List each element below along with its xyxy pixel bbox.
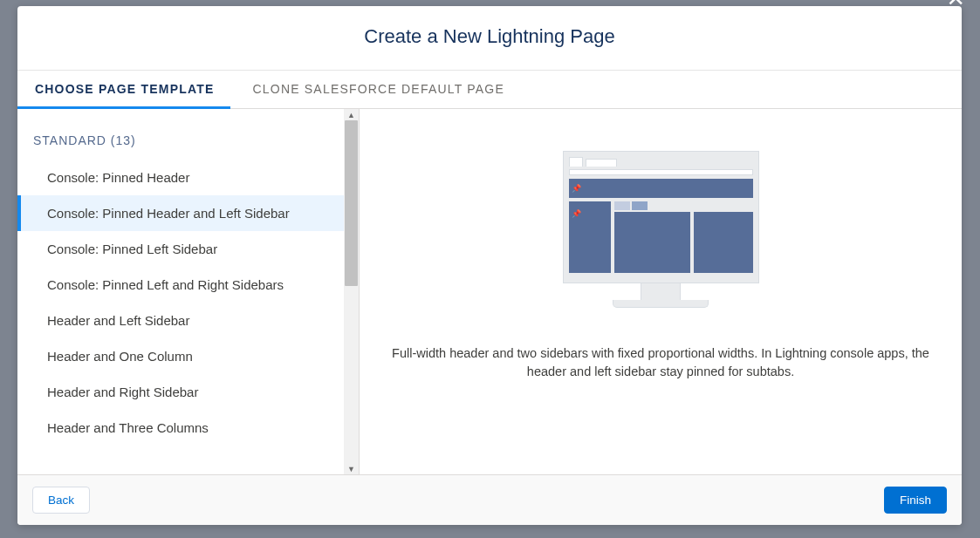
scroll-up-icon[interactable]: ▲	[344, 109, 359, 120]
scroll-thumb[interactable]	[345, 120, 358, 286]
tab-clone-salesforce-default-page[interactable]: CLONE SALESFORCE DEFAULT PAGE	[253, 71, 504, 108]
modal-header: Create a New Lightning Page	[17, 6, 962, 71]
template-item[interactable]: Console: Pinned Left Sidebar	[17, 231, 344, 267]
template-list: STANDARD (13) Console: Pinned Header Con…	[17, 109, 344, 474]
template-item[interactable]: Header and Left Sidebar	[17, 303, 344, 338]
template-item[interactable]: Header and Three Columns	[17, 410, 344, 446]
tab-bar: CHOOSE PAGE TEMPLATE CLONE SALESFORCE DE…	[17, 71, 962, 109]
template-preview-illustration: 📌 📌	[563, 151, 759, 308]
pin-icon: 📌	[572, 209, 581, 218]
template-preview-pane: 📌 📌	[360, 109, 962, 474]
template-item[interactable]: Header and Right Sidebar	[17, 374, 344, 410]
template-item[interactable]: Console: Pinned Left and Right Sidebars	[17, 267, 344, 303]
page-title: Create a New Lightning Page	[17, 25, 962, 48]
template-item[interactable]: Header and One Column	[17, 338, 344, 374]
create-lightning-page-modal: Create a New Lightning Page CHOOSE PAGE …	[17, 6, 962, 525]
finish-button[interactable]: Finish	[884, 487, 947, 514]
template-list-pane: STANDARD (13) Console: Pinned Header Con…	[17, 109, 360, 474]
modal-body: STANDARD (13) Console: Pinned Header Con…	[17, 109, 962, 474]
template-item[interactable]: Console: Pinned Header	[17, 160, 344, 195]
template-item[interactable]: Console: Pinned Header and Left Sidebar	[17, 195, 344, 231]
tab-choose-page-template[interactable]: CHOOSE PAGE TEMPLATE	[35, 71, 215, 108]
scroll-track[interactable]	[344, 120, 359, 463]
scrollbar[interactable]: ▲ ▼	[344, 109, 359, 474]
template-description: Full-width header and two sidebars with …	[381, 344, 940, 381]
template-group-standard: STANDARD (13)	[17, 109, 344, 160]
pin-icon: 📌	[572, 184, 581, 193]
scroll-down-icon[interactable]: ▼	[344, 463, 359, 474]
modal-footer: Back Finish	[17, 474, 962, 525]
back-button[interactable]: Back	[32, 487, 90, 514]
